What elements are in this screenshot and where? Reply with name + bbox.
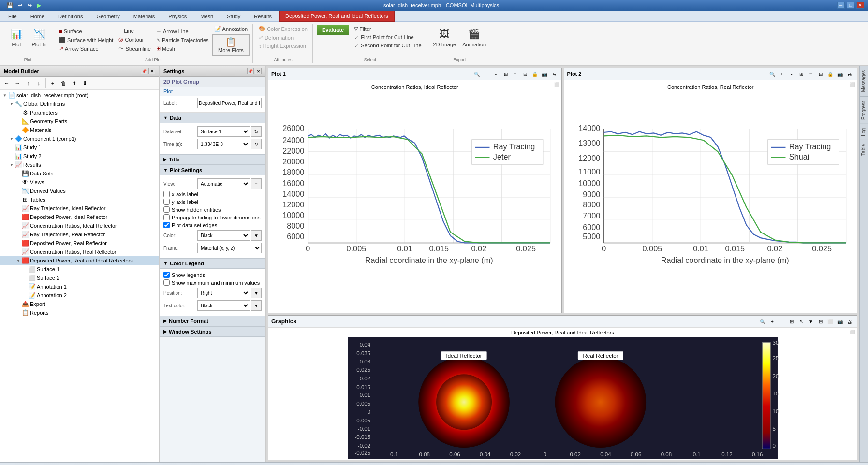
g-zoomout-btn[interactable]: - — [778, 317, 786, 326]
tree-item[interactable]: 💾Data Sets — [0, 169, 159, 178]
g-3d-btn[interactable]: ⬜ — [826, 317, 835, 326]
settings-pin-btn[interactable]: 📌 — [247, 68, 254, 74]
panel-pin-btn[interactable]: 📌 — [141, 68, 147, 74]
tree-item[interactable]: 📤Export — [0, 300, 159, 308]
p1-grid-btn[interactable]: ≡ — [511, 70, 520, 78]
color-select[interactable]: Black — [197, 230, 250, 241]
g-zoomin-btn[interactable]: + — [768, 317, 777, 326]
tree-item[interactable]: 🟥Deposited Power, Ideal Reflector — [0, 213, 159, 221]
graphics-toolbar[interactable]: 🔍 + - ⊞ ↖ ▼ ⊟ ⬜ 📷 🖨 — [758, 317, 854, 326]
view-select[interactable]: Automatic — [197, 178, 250, 189]
frame-select[interactable]: Material (x, y, z) — [197, 243, 262, 253]
plot2-toolbar[interactable]: 🔍 + - ⊞ ≡ ⊟ 🔒 📷 🖨 — [768, 70, 854, 78]
p1-zoomin-btn[interactable]: + — [482, 70, 491, 78]
p1-grid2-btn[interactable]: ⊟ — [521, 70, 530, 78]
tree-item[interactable]: 📝Annotation 1 — [0, 282, 159, 291]
time-select[interactable]: 1.3343E-8 — [197, 139, 250, 149]
p2-print-btn[interactable]: 🖨 — [845, 70, 854, 78]
2d-image-btn[interactable]: 🖼 2D Image — [431, 25, 459, 49]
save-btn[interactable]: 💾 — [6, 1, 15, 10]
progress-tab[interactable]: Progress — [860, 96, 868, 124]
more-plots-btn[interactable]: 📋 More Plots — [212, 34, 250, 56]
plot-button[interactable]: 📊 Plot — [6, 25, 27, 49]
tree-item[interactable]: 📊Study 1 — [0, 143, 159, 152]
p2-camera-btn[interactable]: 📷 — [836, 70, 844, 78]
tree-toggle[interactable]: ▼ — [15, 259, 21, 263]
contour-btn[interactable]: ◎ Contour — [117, 35, 153, 44]
deformation-btn[interactable]: ⤢ Deformation — [257, 33, 309, 42]
p2-zoomin-btn[interactable]: + — [778, 70, 786, 78]
evaluate-button[interactable]: Evaluate — [317, 25, 349, 35]
nav-up-btn[interactable]: ↑ — [23, 78, 33, 88]
p1-fit-btn[interactable]: ⊞ — [501, 70, 510, 78]
annotation-btn[interactable]: 📝 Annotation — [212, 25, 250, 33]
color-expression-btn[interactable]: 🎨 Color Expression — [257, 25, 309, 33]
arrow-surface-btn[interactable]: ↗ Arrow Surface — [57, 44, 115, 53]
nav-down-btn[interactable]: ↓ — [34, 78, 44, 88]
show-maxmin-checkbox[interactable] — [163, 279, 170, 286]
tree-item[interactable]: 📝Annotation 2 — [0, 291, 159, 300]
tree-move-up-btn[interactable]: ⬆ — [69, 78, 79, 88]
tree-toggle[interactable]: ▼ — [9, 137, 15, 141]
tree-item[interactable]: 🟥Deposited Power, Real Reflector — [0, 239, 159, 247]
plot-edges-checkbox[interactable] — [163, 222, 170, 228]
filter-btn[interactable]: ▽ Filter — [352, 25, 423, 33]
dataset-refresh-btn[interactable]: ↻ — [251, 126, 262, 137]
nav-fwd-btn[interactable]: → — [13, 78, 22, 88]
tree-item[interactable]: ▼🔷Component 1 (comp1) — [0, 134, 159, 143]
p2-lock-btn[interactable]: 🔒 — [826, 70, 835, 78]
tree-toggle[interactable]: ▼ — [9, 163, 15, 167]
messages-tab[interactable]: Messages — [860, 66, 868, 96]
redo-btn[interactable]: ↪ — [25, 1, 34, 10]
tree-item[interactable]: ⬜Surface 1 — [0, 265, 159, 274]
g-zoom-btn[interactable]: 🔍 — [758, 317, 767, 326]
arrow-line-btn[interactable]: → Arrow Line — [154, 28, 211, 35]
show-legends-checkbox[interactable] — [163, 272, 170, 278]
yaxis-checkbox[interactable] — [163, 199, 170, 205]
table-tab[interactable]: Table — [860, 140, 868, 160]
tree-item[interactable]: 📐Geometry Parts — [0, 117, 159, 126]
window-settings-section-header[interactable]: ▶ Window Settings — [160, 326, 265, 337]
tab-deposited-power[interactable]: Deposited Power, Real and Ideal Reflecto… — [279, 11, 395, 22]
text-color-btn[interactable]: ▼ — [251, 300, 262, 311]
tree-item[interactable]: 📈Concentration Ratios, Real Reflector — [0, 247, 159, 256]
tree-item[interactable]: ▼🔧Global Definitions — [0, 100, 159, 108]
propagate-checkbox[interactable] — [163, 214, 170, 220]
tree-item[interactable]: ▼🟥Deposited Power, Real and Ideal Reflec… — [0, 256, 159, 265]
side-panels[interactable]: Messages Progress Log Table — [859, 66, 868, 462]
tree-toggle[interactable]: ▼ — [9, 102, 15, 106]
tree-toggle[interactable]: ▼ — [2, 93, 8, 98]
second-point-btn[interactable]: ⟋ Second Point for Cut Line — [352, 42, 423, 49]
position-select[interactable]: Right — [197, 288, 250, 298]
plot-settings-section-header[interactable]: ▼ Plot Settings — [160, 165, 265, 175]
data-section-header[interactable]: ▼ Data — [160, 113, 265, 123]
tree-item[interactable]: ⬜Surface 2 — [0, 274, 159, 282]
close-btn[interactable]: ✕ — [856, 2, 864, 9]
dataset-select[interactable]: Surface 1 — [197, 126, 250, 137]
g-zoom2-btn[interactable]: ▼ — [807, 317, 815, 326]
tree-item[interactable]: ▼📈Results — [0, 160, 159, 169]
view-btn[interactable]: ≡ — [251, 178, 262, 189]
tree-item[interactable]: 📈Ray Trajectories, Ideal Reflector — [0, 204, 159, 213]
panel-close-btn[interactable]: ✕ — [148, 68, 155, 74]
tree-item[interactable]: ▼📄solar_dish_receiver.mph (root) — [0, 91, 159, 100]
position-btn[interactable]: ▼ — [251, 288, 262, 298]
tab-home[interactable]: Home — [24, 11, 51, 21]
nav-back-btn[interactable]: ← — [2, 78, 12, 88]
settings-plot-link[interactable]: Plot — [160, 87, 265, 96]
time-refresh-btn[interactable]: ↻ — [251, 139, 262, 149]
streamline-btn[interactable]: 〜 Streamline — [117, 44, 153, 53]
p2-zoom-btn[interactable]: 🔍 — [768, 70, 777, 78]
tree-delete-btn[interactable]: 🗑 — [59, 78, 68, 88]
label-input[interactable] — [197, 98, 262, 108]
show-hidden-checkbox[interactable] — [163, 206, 170, 213]
tree-item[interactable]: 📉Derived Values — [0, 187, 159, 195]
color-legend-section-header[interactable]: ▼ Color Legend — [160, 258, 265, 269]
surface-btn[interactable]: ■ Surface — [57, 28, 115, 35]
p2-fit-btn[interactable]: ⊞ — [797, 70, 806, 78]
p1-lock-btn[interactable]: 🔒 — [530, 70, 539, 78]
g-fit-btn[interactable]: ⊞ — [787, 317, 796, 326]
tree-item[interactable]: 👁Views — [0, 178, 159, 187]
tree-add-btn[interactable]: + — [48, 78, 58, 88]
tree-item[interactable]: ⚙Parameters — [0, 108, 159, 117]
